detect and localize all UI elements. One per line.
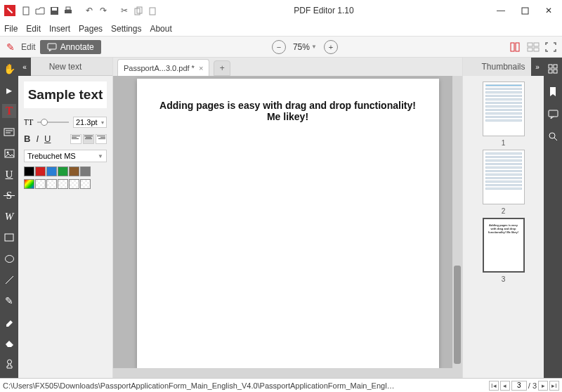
comments-rail-icon[interactable]: [546, 107, 560, 121]
svg-rect-2: [52, 8, 57, 11]
next-page-button[interactable]: ▸: [538, 381, 548, 391]
close-button[interactable]: ✕: [537, 1, 561, 20]
squiggly-tool-icon[interactable]: W: [2, 209, 16, 223]
rect-tool-icon[interactable]: [2, 230, 16, 244]
open-icon[interactable]: [34, 4, 46, 17]
document-tab[interactable]: PassportA...3.0.pdf * ×: [117, 59, 209, 76]
color-swatch[interactable]: [24, 166, 34, 176]
thumbnail-number: 3: [502, 275, 506, 283]
color-swatch[interactable]: [46, 166, 57, 176]
eraser-tool-icon[interactable]: [2, 336, 16, 350]
new-tab-button[interactable]: +: [214, 60, 230, 76]
bookmarks-rail-icon[interactable]: [546, 84, 560, 98]
ellipse-tool-icon[interactable]: [2, 251, 16, 266]
minimize-button[interactable]: —: [489, 1, 513, 20]
menu-insert[interactable]: Insert: [49, 24, 70, 34]
menu-settings[interactable]: Settings: [111, 24, 141, 34]
svg-rect-27: [549, 70, 552, 73]
thumbnails-header: Thumbnails »: [463, 58, 544, 76]
copy-icon[interactable]: [132, 4, 145, 17]
stamp-tool-icon[interactable]: [2, 357, 16, 371]
thumbnail-page[interactable]: [483, 150, 525, 204]
search-rail-icon[interactable]: [546, 129, 560, 143]
menu-pages[interactable]: Pages: [79, 24, 103, 34]
menu-edit[interactable]: Edit: [26, 24, 41, 34]
thumbnail-page[interactable]: [483, 81, 525, 136]
single-page-icon[interactable]: [509, 42, 521, 52]
font-family-select[interactable]: Trebuchet MS▼: [24, 150, 107, 162]
underline-tool-icon[interactable]: U: [2, 167, 16, 181]
save-icon[interactable]: [48, 4, 60, 17]
text-tool-icon[interactable]: T: [2, 104, 16, 118]
thumbnail-page-selected[interactable]: Adding pages is easy with drag and drop …: [483, 218, 525, 273]
svg-line-23: [6, 276, 13, 284]
two-page-icon[interactable]: [527, 42, 540, 52]
empty-swatch[interactable]: [46, 179, 57, 189]
fullscreen-icon[interactable]: [545, 42, 558, 52]
line-tool-icon[interactable]: [2, 273, 16, 287]
window-title: PDF Editor 1.10: [159, 6, 489, 15]
color-picker-button[interactable]: [24, 179, 34, 189]
edit-mode-icon[interactable]: ✎: [4, 41, 17, 53]
vertical-scrollbar[interactable]: [452, 76, 462, 368]
empty-swatch[interactable]: [58, 179, 68, 189]
hand-tool-icon[interactable]: ✋: [2, 62, 16, 76]
align-left-button[interactable]: [70, 134, 81, 144]
print-icon[interactable]: [62, 4, 74, 17]
highlight-tool-icon[interactable]: [2, 315, 16, 329]
prev-page-button[interactable]: ◂: [500, 381, 510, 391]
first-page-button[interactable]: I◂: [489, 381, 499, 391]
textbox-tool-icon[interactable]: [2, 125, 16, 139]
status-path: C:\Users\FX505\Downloads\PassportApplica…: [3, 381, 396, 390]
zoom-value[interactable]: 75%▼: [293, 42, 317, 52]
font-size-field[interactable]: 21.3pt▾: [73, 117, 107, 128]
collapse-panel-button[interactable]: «: [18, 58, 31, 76]
zoom-in-button[interactable]: +: [324, 40, 338, 54]
thumbnail-number: 2: [502, 207, 506, 215]
zoom-out-button[interactable]: −: [272, 40, 286, 54]
color-swatch[interactable]: [80, 166, 91, 176]
align-right-button[interactable]: [96, 134, 107, 144]
page-canvas[interactable]: Adding pages is easy with drag and drop …: [137, 79, 439, 368]
last-page-button[interactable]: ▸I: [549, 381, 559, 391]
menu-file[interactable]: File: [4, 24, 18, 34]
page-viewport[interactable]: Adding pages is easy with drag and drop …: [113, 76, 462, 368]
align-center-button[interactable]: [83, 134, 94, 144]
page-number-input[interactable]: [511, 381, 527, 391]
undo-icon[interactable]: ↶: [83, 4, 96, 17]
color-swatch[interactable]: [35, 166, 46, 176]
color-swatch[interactable]: [58, 166, 68, 176]
empty-swatch[interactable]: [35, 179, 46, 189]
horizontal-scrollbar[interactable]: [113, 368, 462, 378]
new-doc-icon[interactable]: [20, 4, 32, 17]
paste-icon[interactable]: [146, 4, 159, 17]
italic-button[interactable]: I: [36, 133, 39, 144]
cut-icon[interactable]: ✂: [118, 4, 131, 17]
svg-point-20: [6, 151, 8, 153]
maximize-button[interactable]: [513, 1, 537, 20]
bold-button[interactable]: B: [24, 133, 30, 144]
font-size-slider[interactable]: [37, 122, 69, 123]
color-swatch[interactable]: [69, 166, 79, 176]
font-size-icon: TT: [24, 117, 33, 128]
menu-about[interactable]: About: [150, 24, 171, 34]
close-tab-icon[interactable]: ×: [199, 64, 203, 72]
status-bar: C:\Users\FX505\Downloads\PassportApplica…: [0, 378, 562, 392]
svg-point-30: [549, 133, 555, 138]
empty-swatch[interactable]: [69, 179, 79, 189]
svg-rect-25: [549, 65, 552, 68]
page-total: / 3: [528, 381, 537, 390]
image-tool-icon[interactable]: [2, 146, 16, 160]
select-tool-icon[interactable]: ▸: [2, 83, 16, 97]
empty-swatch[interactable]: [80, 179, 91, 189]
pencil-tool-icon[interactable]: ✎: [2, 294, 16, 308]
svg-point-22: [5, 255, 13, 262]
expand-thumbnails-button[interactable]: »: [531, 58, 544, 76]
thumbnails-rail-icon[interactable]: [546, 62, 560, 76]
redo-icon[interactable]: ↷: [97, 4, 110, 17]
annotate-button[interactable]: Annotate: [40, 40, 101, 54]
scroll-thumb[interactable]: [454, 266, 461, 364]
underline-button[interactable]: U: [44, 133, 51, 144]
edit-label[interactable]: Edit: [21, 42, 36, 52]
strikeout-tool-icon[interactable]: S: [2, 188, 16, 202]
